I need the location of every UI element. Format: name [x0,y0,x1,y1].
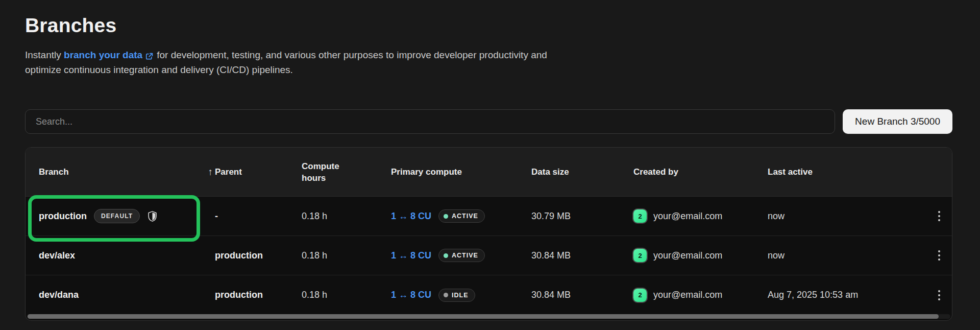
branch-name-cell[interactable]: dev/dana [39,290,215,300]
branch-name-cell[interactable]: productionDEFAULT [39,209,215,223]
parent-cell: - [215,211,302,222]
column-header-created-by[interactable]: Created by [633,167,768,177]
horizontal-scrollbar[interactable] [27,314,950,319]
creator-email: your@email.com [653,211,722,222]
branch-name: production [39,211,87,222]
kebab-menu-icon[interactable] [935,287,943,303]
sort-ascending-icon[interactable]: ↑ [208,167,213,178]
parent-cell: production [215,250,302,261]
branches-table: Branch ↑ Parent Compute hours Primary co… [25,147,952,321]
page-description: Instantly branch your datafor developmen… [25,48,566,77]
status-badge: ACTIVE [438,209,485,223]
compute-units-link[interactable]: 1 ↔ 8 CU [391,250,431,261]
compute-hours-cell: 0.18 h [302,290,391,300]
data-size-cell: 30.84 MB [531,290,633,300]
status-dot [444,293,448,297]
table-row: dev/danaproduction0.18 h1 ↔ 8 CUIDLE30.8… [26,275,952,315]
new-branch-button[interactable]: New Branch 3/5000 [843,109,952,134]
last-active-cell: now [768,250,926,261]
compute-hours-cell: 0.18 h [302,211,391,222]
table-rows: productionDEFAULT-0.18 h1 ↔ 8 CUACTIVE30… [26,197,952,315]
status-dot [444,253,448,258]
created-by-cell: 2your@email.com [633,289,768,302]
avatar: 2 [633,209,647,223]
column-header-primary-compute[interactable]: Primary compute [391,167,531,177]
description-prefix: Instantly [25,50,64,60]
table-row: dev/alexproduction0.18 h1 ↔ 8 CUACTIVE30… [26,236,952,275]
branch-name: dev/alex [39,250,75,261]
actions-cell [926,208,952,224]
parent-cell: production [215,290,302,300]
column-header-compute-hours[interactable]: Compute hours [302,160,391,184]
creator-email: your@email.com [653,250,722,261]
last-active-cell: now [768,211,926,222]
branch-name-cell[interactable]: dev/alex [39,250,215,261]
avatar: 2 [633,249,647,262]
column-header-data-size[interactable]: Data size [531,167,633,177]
search-input[interactable] [25,109,835,134]
status-dot [444,214,448,219]
page-title: Branches [25,14,952,37]
status-badge: IDLE [438,289,475,302]
created-by-cell: 2your@email.com [633,249,768,262]
table-header: Branch ↑ Parent Compute hours Primary co… [26,148,952,197]
external-link-icon [145,49,154,63]
column-header-branch[interactable]: Branch ↑ [39,167,215,178]
column-header-last-active[interactable]: Last active [768,167,926,177]
avatar: 2 [633,289,647,302]
created-by-cell: 2your@email.com [633,209,768,223]
actions-cell [926,287,952,303]
scrollbar-thumb[interactable] [28,314,939,319]
primary-compute-cell: 1 ↔ 8 CUACTIVE [391,209,531,223]
primary-compute-cell: 1 ↔ 8 CUIDLE [391,289,531,302]
branch-name: dev/dana [39,290,79,300]
branch-your-data-link[interactable]: branch your data [64,50,142,60]
kebab-menu-icon[interactable] [935,247,943,264]
status-badge: ACTIVE [438,249,485,262]
table-row: productionDEFAULT-0.18 h1 ↔ 8 CUACTIVE30… [26,197,952,236]
kebab-menu-icon[interactable] [935,208,943,224]
compute-hours-cell: 0.18 h [302,250,391,261]
toolbar: New Branch 3/5000 [25,109,952,134]
primary-compute-cell: 1 ↔ 8 CUACTIVE [391,249,531,262]
shield-icon [147,210,158,223]
compute-units-link[interactable]: 1 ↔ 8 CU [391,290,431,300]
data-size-cell: 30.84 MB [531,250,633,261]
last-active-cell: Aug 7, 2025 10:53 am [768,290,926,300]
actions-cell [926,247,952,264]
data-size-cell: 30.79 MB [531,211,633,222]
column-header-parent[interactable]: Parent [215,167,302,177]
creator-email: your@email.com [653,290,722,300]
default-badge: DEFAULT [94,209,140,223]
compute-units-link[interactable]: 1 ↔ 8 CU [391,211,431,222]
branches-page: Branches Instantly branch your datafor d… [0,0,980,321]
